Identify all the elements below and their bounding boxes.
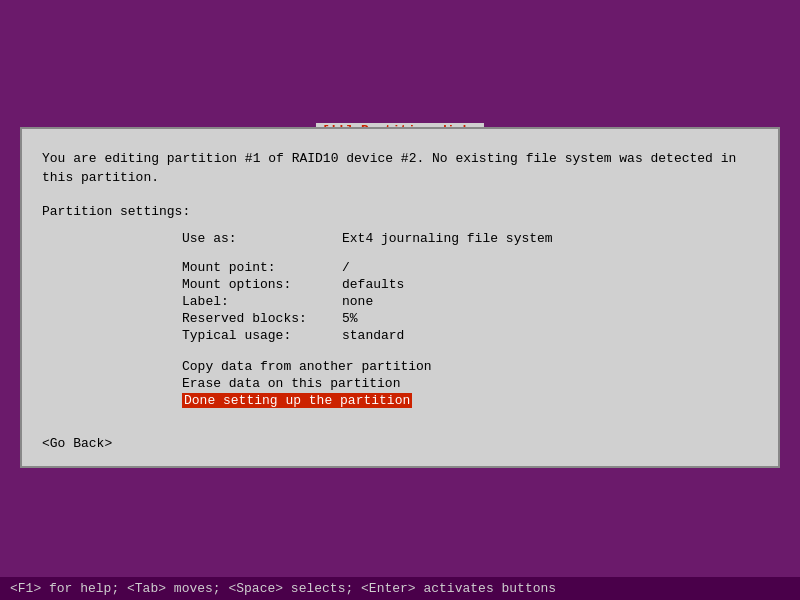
label-label: Label:: [182, 294, 342, 309]
settings-table: Use as: Ext4 journaling file system Moun…: [182, 231, 758, 343]
value-mount-options: defaults: [342, 277, 404, 292]
action-done-setting-up[interactable]: Done setting up the partition: [182, 393, 412, 408]
description-line2: this partition.: [42, 168, 758, 188]
label-use-as: Use as:: [182, 231, 342, 246]
status-bar-text: <F1> for help; <Tab> moves; <Space> sele…: [10, 581, 556, 596]
label-typical-usage: Typical usage:: [182, 328, 342, 343]
go-back-button[interactable]: <Go Back>: [42, 436, 112, 451]
settings-row-typical-usage: Typical usage: standard: [182, 328, 758, 343]
value-reserved-blocks: 5%: [342, 311, 358, 326]
dialog-content: You are editing partition #1 of RAID10 d…: [22, 129, 778, 466]
value-label: none: [342, 294, 373, 309]
description: You are editing partition #1 of RAID10 d…: [42, 149, 758, 188]
description-line1: You are editing partition #1 of RAID10 d…: [42, 149, 758, 169]
settings-row-use-as: Use as: Ext4 journaling file system: [182, 231, 758, 246]
settings-row-mount-options: Mount options: defaults: [182, 277, 758, 292]
settings-row-mount-point: Mount point: /: [182, 260, 758, 275]
label-mount-options: Mount options:: [182, 277, 342, 292]
action-erase-data[interactable]: Erase data on this partition: [182, 376, 758, 391]
value-use-as: Ext4 journaling file system: [342, 231, 553, 246]
value-typical-usage: standard: [342, 328, 404, 343]
action-copy-data[interactable]: Copy data from another partition: [182, 359, 758, 374]
settings-row-reserved: Reserved blocks: 5%: [182, 311, 758, 326]
screen: [!!] Partition disks You are editing par…: [0, 0, 800, 600]
section-title: Partition settings:: [42, 204, 758, 219]
label-mount-point: Mount point:: [182, 260, 342, 275]
status-bar: <F1> for help; <Tab> moves; <Space> sele…: [0, 577, 800, 600]
dialog-wrapper: [!!] Partition disks You are editing par…: [20, 133, 780, 468]
label-reserved-blocks: Reserved blocks:: [182, 311, 342, 326]
dialog-box: You are editing partition #1 of RAID10 d…: [20, 127, 780, 468]
settings-row-label: Label: none: [182, 294, 758, 309]
actions-section: Copy data from another partition Erase d…: [182, 359, 758, 410]
value-mount-point: /: [342, 260, 350, 275]
settings-row-spacer: [182, 248, 758, 258]
